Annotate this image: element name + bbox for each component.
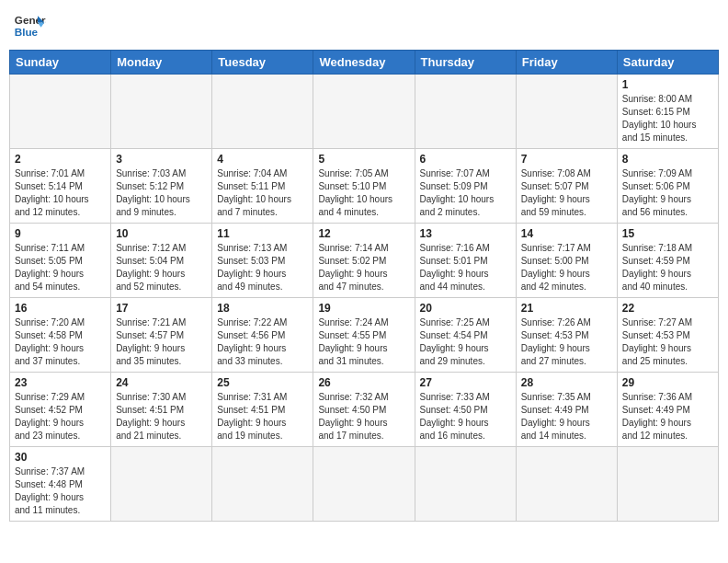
day-number: 9 <box>15 227 106 240</box>
col-header-monday: Monday <box>111 51 212 75</box>
calendar-cell: 1Sunrise: 8:00 AM Sunset: 6:15 PM Daylig… <box>617 75 718 149</box>
day-info: Sunrise: 7:22 AM Sunset: 4:56 PM Dayligh… <box>217 316 308 368</box>
calendar-cell: 15Sunrise: 7:18 AM Sunset: 4:59 PM Dayli… <box>617 224 718 298</box>
calendar-cell: 23Sunrise: 7:29 AM Sunset: 4:52 PM Dayli… <box>10 373 111 447</box>
logo: General Blue <box>13 9 46 42</box>
day-number: 19 <box>318 302 409 315</box>
calendar-week-row: 1Sunrise: 8:00 AM Sunset: 6:15 PM Daylig… <box>10 75 719 149</box>
calendar-cell: 3Sunrise: 7:03 AM Sunset: 5:12 PM Daylig… <box>111 149 212 224</box>
day-number: 18 <box>217 302 308 315</box>
day-number: 3 <box>116 153 207 166</box>
day-number: 24 <box>116 376 207 389</box>
day-info: Sunrise: 7:29 AM Sunset: 4:52 PM Dayligh… <box>15 391 106 442</box>
day-number: 22 <box>622 302 713 315</box>
calendar-cell: 9Sunrise: 7:11 AM Sunset: 5:05 PM Daylig… <box>10 224 111 298</box>
calendar-cell: 30Sunrise: 7:37 AM Sunset: 4:48 PM Dayli… <box>10 447 111 522</box>
day-info: Sunrise: 7:30 AM Sunset: 4:51 PM Dayligh… <box>116 391 207 442</box>
calendar-cell <box>516 75 617 149</box>
day-info: Sunrise: 7:14 AM Sunset: 5:02 PM Dayligh… <box>318 242 409 293</box>
day-info: Sunrise: 7:36 AM Sunset: 4:49 PM Dayligh… <box>622 391 713 442</box>
calendar-cell: 12Sunrise: 7:14 AM Sunset: 5:02 PM Dayli… <box>313 224 415 298</box>
calendar-cell: 13Sunrise: 7:16 AM Sunset: 5:01 PM Dayli… <box>415 224 516 298</box>
day-info: Sunrise: 7:12 AM Sunset: 5:04 PM Dayligh… <box>116 242 207 293</box>
day-info: Sunrise: 7:17 AM Sunset: 5:00 PM Dayligh… <box>521 242 612 293</box>
day-number: 16 <box>15 302 106 315</box>
day-info: Sunrise: 7:07 AM Sunset: 5:09 PM Dayligh… <box>420 167 511 219</box>
calendar-cell: 18Sunrise: 7:22 AM Sunset: 4:56 PM Dayli… <box>212 298 313 373</box>
calendar-cell <box>617 447 718 522</box>
col-header-friday: Friday <box>516 51 617 75</box>
day-number: 12 <box>318 227 409 240</box>
day-info: Sunrise: 8:00 AM Sunset: 6:15 PM Dayligh… <box>622 93 713 144</box>
calendar-cell: 20Sunrise: 7:25 AM Sunset: 4:54 PM Dayli… <box>415 298 516 373</box>
day-info: Sunrise: 7:03 AM Sunset: 5:12 PM Dayligh… <box>116 167 207 219</box>
calendar-cell: 28Sunrise: 7:35 AM Sunset: 4:49 PM Dayli… <box>516 373 617 447</box>
day-info: Sunrise: 7:26 AM Sunset: 4:53 PM Dayligh… <box>521 316 612 368</box>
calendar-header-row: SundayMondayTuesdayWednesdayThursdayFrid… <box>10 51 719 75</box>
svg-text:Blue: Blue <box>15 26 39 38</box>
day-number: 29 <box>622 376 713 389</box>
day-info: Sunrise: 7:08 AM Sunset: 5:07 PM Dayligh… <box>521 167 612 219</box>
day-number: 2 <box>15 153 106 166</box>
day-number: 8 <box>622 153 713 166</box>
day-info: Sunrise: 7:24 AM Sunset: 4:55 PM Dayligh… <box>318 316 409 368</box>
day-number: 13 <box>420 227 511 240</box>
day-info: Sunrise: 7:20 AM Sunset: 4:58 PM Dayligh… <box>15 316 106 368</box>
calendar-cell: 26Sunrise: 7:32 AM Sunset: 4:50 PM Dayli… <box>313 373 415 447</box>
calendar-cell: 5Sunrise: 7:05 AM Sunset: 5:10 PM Daylig… <box>313 149 415 224</box>
calendar-cell <box>313 447 415 522</box>
day-number: 1 <box>622 78 713 91</box>
calendar-cell <box>212 75 313 149</box>
calendar-cell <box>313 75 415 149</box>
day-number: 6 <box>420 153 511 166</box>
calendar-cell <box>10 75 111 149</box>
page-header: General Blue <box>9 9 719 42</box>
calendar-cell: 6Sunrise: 7:07 AM Sunset: 5:09 PM Daylig… <box>415 149 516 224</box>
day-number: 28 <box>521 376 612 389</box>
col-header-thursday: Thursday <box>415 51 516 75</box>
calendar-cell <box>415 447 516 522</box>
day-info: Sunrise: 7:27 AM Sunset: 4:53 PM Dayligh… <box>622 316 713 368</box>
day-info: Sunrise: 7:18 AM Sunset: 4:59 PM Dayligh… <box>622 242 713 293</box>
day-info: Sunrise: 7:37 AM Sunset: 4:48 PM Dayligh… <box>15 465 106 517</box>
day-number: 14 <box>521 227 612 240</box>
col-header-wednesday: Wednesday <box>313 51 415 75</box>
day-number: 17 <box>116 302 207 315</box>
calendar-cell: 14Sunrise: 7:17 AM Sunset: 5:00 PM Dayli… <box>516 224 617 298</box>
day-number: 23 <box>15 376 106 389</box>
calendar-cell: 24Sunrise: 7:30 AM Sunset: 4:51 PM Dayli… <box>111 373 212 447</box>
day-number: 15 <box>622 227 713 240</box>
calendar-week-row: 16Sunrise: 7:20 AM Sunset: 4:58 PM Dayli… <box>10 298 719 373</box>
calendar-week-row: 23Sunrise: 7:29 AM Sunset: 4:52 PM Dayli… <box>10 373 719 447</box>
day-number: 4 <box>217 153 308 166</box>
calendar-week-row: 2Sunrise: 7:01 AM Sunset: 5:14 PM Daylig… <box>10 149 719 224</box>
calendar-cell <box>111 447 212 522</box>
calendar-cell: 11Sunrise: 7:13 AM Sunset: 5:03 PM Dayli… <box>212 224 313 298</box>
day-info: Sunrise: 7:16 AM Sunset: 5:01 PM Dayligh… <box>420 242 511 293</box>
day-info: Sunrise: 7:33 AM Sunset: 4:50 PM Dayligh… <box>420 391 511 442</box>
calendar-cell: 27Sunrise: 7:33 AM Sunset: 4:50 PM Dayli… <box>415 373 516 447</box>
day-number: 26 <box>318 376 409 389</box>
day-info: Sunrise: 7:13 AM Sunset: 5:03 PM Dayligh… <box>217 242 308 293</box>
col-header-sunday: Sunday <box>10 51 111 75</box>
calendar-cell: 21Sunrise: 7:26 AM Sunset: 4:53 PM Dayli… <box>516 298 617 373</box>
calendar-cell: 2Sunrise: 7:01 AM Sunset: 5:14 PM Daylig… <box>10 149 111 224</box>
day-info: Sunrise: 7:04 AM Sunset: 5:11 PM Dayligh… <box>217 167 308 219</box>
day-info: Sunrise: 7:11 AM Sunset: 5:05 PM Dayligh… <box>15 242 106 293</box>
general-blue-logo-icon: General Blue <box>13 9 46 42</box>
day-number: 11 <box>217 227 308 240</box>
col-header-saturday: Saturday <box>617 51 718 75</box>
calendar-cell <box>212 447 313 522</box>
day-info: Sunrise: 7:01 AM Sunset: 5:14 PM Dayligh… <box>15 167 106 219</box>
day-info: Sunrise: 7:09 AM Sunset: 5:06 PM Dayligh… <box>622 167 713 219</box>
day-number: 30 <box>15 451 106 464</box>
calendar-cell: 16Sunrise: 7:20 AM Sunset: 4:58 PM Dayli… <box>10 298 111 373</box>
day-number: 7 <box>521 153 612 166</box>
calendar-cell: 8Sunrise: 7:09 AM Sunset: 5:06 PM Daylig… <box>617 149 718 224</box>
col-header-tuesday: Tuesday <box>212 51 313 75</box>
calendar-cell: 17Sunrise: 7:21 AM Sunset: 4:57 PM Dayli… <box>111 298 212 373</box>
calendar-cell: 22Sunrise: 7:27 AM Sunset: 4:53 PM Dayli… <box>617 298 718 373</box>
calendar-cell: 4Sunrise: 7:04 AM Sunset: 5:11 PM Daylig… <box>212 149 313 224</box>
calendar-cell: 10Sunrise: 7:12 AM Sunset: 5:04 PM Dayli… <box>111 224 212 298</box>
day-number: 5 <box>318 153 409 166</box>
